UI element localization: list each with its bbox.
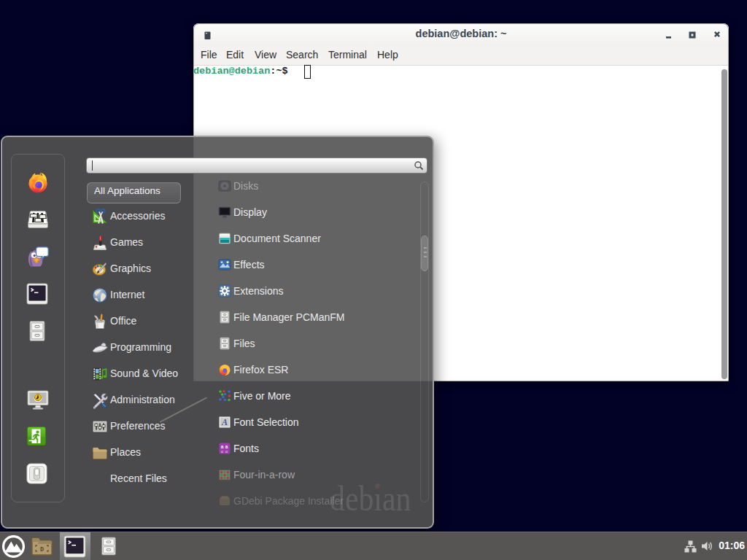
svg-text:a: a <box>221 449 223 454</box>
svg-text:a: a <box>221 444 224 449</box>
svg-text:D: D <box>40 546 44 553</box>
svg-text:a: a <box>225 444 228 449</box>
svg-text:a: a <box>225 449 228 454</box>
svg-text:A: A <box>221 417 228 427</box>
